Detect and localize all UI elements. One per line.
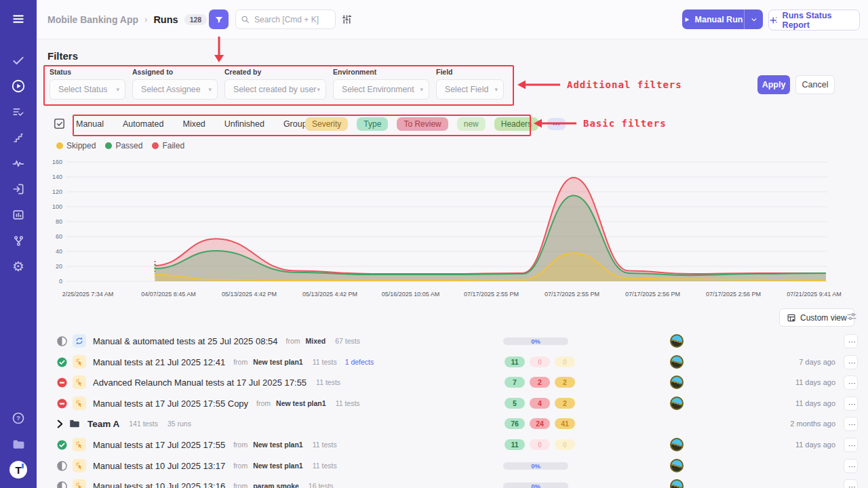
run-row-left: Manual tests at 21 Jul 2025 12:41fromNew… [47, 355, 374, 369]
row-more-button[interactable]: ⋯ [844, 438, 858, 452]
settings-gear-icon[interactable]: ⚙ [0, 253, 37, 279]
status-in-progress-icon [57, 481, 67, 488]
mixed-run-type-icon [73, 334, 86, 348]
run-row-left: Advanced Relaunch Manual tests at 17 Jul… [47, 375, 340, 389]
user-avatar[interactable] [670, 396, 684, 410]
run-row[interactable]: Advanced Relaunch Manual tests at 17 Jul… [47, 373, 856, 392]
additional-filters-annotation-text: Additional filters [567, 79, 682, 90]
run-row[interactable]: Manual tests at 17 Jul 2025 17:55 Copyfr… [47, 394, 856, 413]
run-source-plan: New test plan1 [253, 462, 303, 470]
run-title: Manual tests at 10 Jul 2025 13:16 [93, 481, 225, 488]
run-row[interactable]: Manual tests at 10 Jul 2025 13:17fromNew… [47, 456, 856, 475]
run-time-ago: 11 days ago [795, 441, 835, 449]
run-from-label: from [233, 358, 248, 366]
user-avatar[interactable] [670, 459, 684, 472]
run-progress-value: 0% [531, 338, 540, 345]
run-row-left: Manual tests at 17 Jul 2025 17:55fromNew… [47, 438, 337, 451]
manual-run-type-icon [73, 438, 86, 451]
run-from-label: from [233, 462, 248, 470]
user-avatar[interactable] [670, 479, 684, 488]
run-tests-count: 67 tests [335, 337, 360, 345]
run-title: Manual & automated tests at 25 Jul 2025 … [93, 336, 277, 346]
sidebar: ⚙ ? T [0, 0, 37, 488]
runs-play-icon[interactable] [0, 73, 37, 99]
run-progress-value: 0% [531, 483, 540, 488]
chevron-right-icon[interactable] [57, 420, 63, 428]
milestones-icon[interactable] [0, 125, 37, 150]
run-from-label: from [233, 441, 248, 449]
run-progress-bar: 0% [503, 338, 568, 345]
run-tests-count: 16 tests [309, 482, 334, 488]
tests-check-icon[interactable] [0, 47, 37, 73]
group-runs-count: 35 runs [167, 420, 191, 428]
user-avatar[interactable] [670, 438, 684, 451]
hamburger-menu-icon[interactable] [0, 0, 37, 38]
run-title: Manual tests at 17 Jul 2025 17:55 Copy [93, 399, 248, 409]
runs-list: Manual & automated tests at 25 Jul 2025 … [47, 0, 856, 488]
run-source-plan: Mixed [305, 337, 326, 345]
run-title: Manual tests at 21 Jul 2025 12:41 [93, 357, 225, 367]
run-from-label: from [285, 337, 300, 345]
run-title: Manual tests at 10 Jul 2025 13:17 [93, 461, 225, 471]
run-tests-count: 11 tests [316, 378, 340, 386]
manual-run-type-icon [73, 375, 86, 389]
badge-skipped: 0 [555, 439, 575, 450]
pulse-activity-icon[interactable] [0, 150, 37, 176]
row-more-button[interactable]: ⋯ [844, 479, 858, 488]
user-avatar[interactable] [670, 355, 684, 369]
manual-run-type-icon [73, 459, 86, 472]
manual-run-type-icon [73, 396, 86, 410]
row-more-button[interactable]: ⋯ [844, 417, 858, 431]
test-plans-icon[interactable] [0, 99, 37, 125]
badge-passed: 5 [505, 398, 525, 409]
logo-letter: T [15, 464, 21, 476]
group-row[interactable]: Team A141 tests35 runs7624412 months ago… [47, 414, 856, 433]
run-row[interactable]: Manual & automated tests at 25 Jul 2025 … [47, 331, 856, 350]
badge-passed: 11 [505, 357, 525, 367]
run-time-ago: 11 days ago [795, 399, 835, 407]
badge-failed: 24 [530, 418, 550, 429]
group-tests-count: 141 tests [129, 420, 158, 428]
badge-failed: 0 [530, 357, 550, 367]
user-avatar[interactable] [670, 375, 684, 389]
badge-skipped: 2 [555, 377, 575, 388]
row-more-button[interactable]: ⋯ [844, 355, 858, 369]
run-source-plan: param smoke [253, 482, 299, 488]
status-failed-icon [57, 399, 67, 409]
run-tests-count: 11 tests [336, 399, 360, 407]
import-icon[interactable] [0, 176, 37, 202]
run-tests-count: 11 tests [313, 462, 337, 470]
branch-icon[interactable] [0, 228, 37, 253]
annotation-arrow-left-icon [533, 118, 578, 129]
manual-run-type-icon [73, 479, 86, 488]
help-icon[interactable]: ? [0, 405, 37, 431]
run-time-ago: 2 months ago [790, 420, 835, 428]
row-more-button[interactable]: ⋯ [844, 459, 858, 473]
user-avatar[interactable] [670, 334, 684, 348]
row-more-button[interactable]: ⋯ [844, 375, 858, 390]
run-row-left: Manual tests at 17 Jul 2025 17:55 Copyfr… [47, 396, 360, 410]
svg-text:?: ? [16, 415, 20, 422]
run-result-badges: 542 [505, 398, 575, 409]
status-in-progress-icon [57, 336, 67, 346]
basic-filters-annotation: Basic filters [533, 118, 667, 129]
run-defects-link[interactable]: 1 defects [345, 358, 374, 366]
app-logo[interactable]: T [0, 457, 37, 483]
run-result-badges: 1100 [505, 357, 575, 367]
projects-folder-icon[interactable] [0, 431, 37, 457]
row-more-button[interactable]: ⋯ [844, 334, 858, 348]
run-row[interactable]: Manual tests at 10 Jul 2025 13:16frompar… [47, 476, 856, 488]
analytics-icon[interactable] [0, 202, 37, 228]
basic-filters-annotation-text: Basic filters [583, 118, 667, 129]
run-source-plan: New test plan1 [253, 358, 303, 366]
run-row[interactable]: Manual tests at 21 Jul 2025 12:41fromNew… [47, 352, 856, 371]
run-result-badges: 1100 [505, 439, 575, 450]
badge-passed: 7 [505, 377, 525, 388]
badge-passed: 11 [505, 439, 525, 450]
run-tests-count: 11 tests [313, 441, 337, 449]
status-in-progress-icon [57, 461, 67, 471]
row-more-button[interactable]: ⋯ [844, 396, 858, 411]
run-row[interactable]: Manual tests at 17 Jul 2025 17:55fromNew… [47, 435, 856, 454]
run-progress-bar: 0% [503, 483, 568, 488]
badge-skipped: 41 [555, 418, 575, 429]
